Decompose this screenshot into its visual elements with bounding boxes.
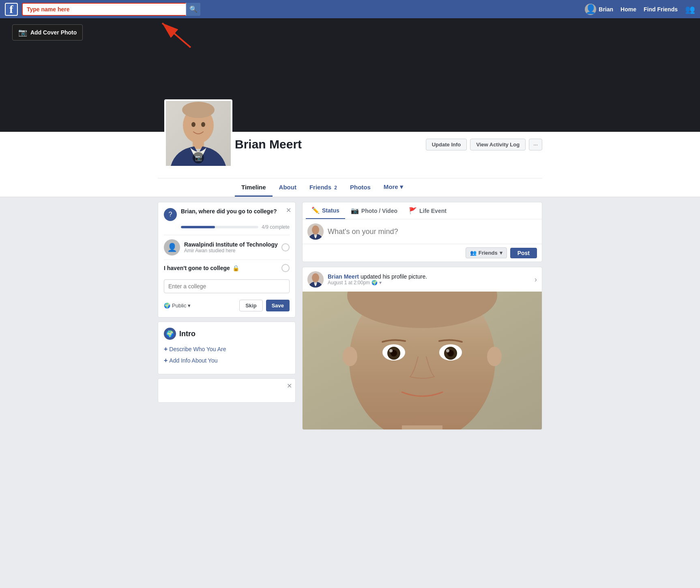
college-question-card: ? Brian, where did you go to college? ✕ …	[158, 202, 296, 318]
add-cover-photo-button[interactable]: 📷 Add Cover Photo	[12, 24, 83, 41]
dropdown-chevron: ▾	[500, 250, 502, 256]
profile-tabs: Timeline About Friends 2 Photos More ▾	[158, 178, 542, 197]
profile-name: Brian Meert	[235, 137, 302, 151]
more-options-button[interactable]: ···	[529, 139, 542, 150]
question-icon: ?	[164, 208, 177, 221]
globe-icon: 🌍	[164, 303, 170, 309]
friends-label: Friends	[479, 250, 498, 256]
status-tab-photo-video[interactable]: 📷 Photo / Video	[345, 202, 403, 219]
search-wrapper: 🔍	[22, 3, 200, 16]
friends-icon[interactable]: 👥	[685, 4, 695, 14]
no-college-radio[interactable]	[281, 264, 290, 272]
search-icon: 🔍	[189, 5, 198, 13]
add-info-about-you-link[interactable]: + Add Info About You	[164, 357, 290, 364]
college-card-close-button[interactable]: ✕	[286, 206, 291, 214]
status-tab-life-event[interactable]: 🚩 Life Event	[403, 202, 452, 219]
bottom-card-close-button[interactable]: ✕	[287, 382, 292, 390]
intro-globe-icon: 🌍	[164, 328, 176, 340]
save-button[interactable]: Save	[266, 300, 290, 311]
audience-selector-button[interactable]: 👥 Friends ▾	[466, 247, 507, 258]
search-input[interactable]	[22, 3, 200, 16]
tab-timeline[interactable]: Timeline	[235, 179, 273, 197]
status-input-row	[303, 219, 542, 244]
describe-who-you-are-link[interactable]: + Describe Who You Are	[164, 346, 290, 353]
nav-avatar: 👤	[585, 4, 596, 15]
card-action-buttons: Skip Save	[239, 300, 290, 311]
friends-audience-icon: 👥	[470, 250, 477, 256]
main-content: ? Brian, where did you go to college? ✕ …	[151, 202, 549, 430]
dropdown-arrow: ▾	[188, 303, 191, 309]
view-activity-log-button[interactable]: View Activity Log	[470, 139, 526, 150]
progress-text: 4/9 complete	[262, 224, 290, 230]
no-college-label: I haven't gone to college 🔒	[164, 265, 239, 271]
college-question-text: Brian, where did you go to college?	[181, 208, 277, 215]
skip-button[interactable]: Skip	[239, 300, 262, 311]
facebook-logo: f	[5, 3, 18, 16]
svg-point-7	[191, 122, 195, 127]
progress-row: 4/9 complete	[181, 224, 290, 230]
college-input-field[interactable]	[164, 279, 290, 293]
post-image	[303, 292, 542, 429]
globe-post-icon: 🌍	[371, 280, 378, 285]
college-card-header: ? Brian, where did you go to college?	[164, 208, 290, 221]
no-college-row: I haven't gone to college 🔒	[164, 260, 290, 276]
public-visibility-button[interactable]: 🌍 Public ▾	[164, 303, 191, 309]
top-navigation: f 🔍 👤 Brian Home Find Friends 👥	[0, 0, 700, 18]
avatar-camera-icon[interactable]: 📷	[193, 152, 204, 163]
card-footer: 🌍 Public ▾ Skip Save	[164, 300, 290, 311]
friends-badge: 2	[334, 185, 337, 191]
update-info-button[interactable]: Update Info	[426, 139, 467, 150]
progress-bar-background	[181, 226, 258, 228]
left-column: ? Brian, where did you go to college? ✕ …	[158, 202, 296, 430]
post-header: Brian Meert updated his profile picture.…	[303, 267, 542, 292]
profile-action-buttons: Update Info View Activity Log ···	[426, 139, 542, 150]
svg-point-11	[313, 230, 318, 234]
status-footer: 👥 Friends ▾ Post	[303, 244, 542, 262]
photo-video-label: Photo / Video	[361, 208, 397, 214]
profile-avatar[interactable]: 📷	[164, 99, 232, 167]
status-tabs: ✏️ Status 📷 Photo / Video 🚩 Life Event	[303, 202, 542, 219]
plus-icon: +	[164, 346, 167, 353]
status-tab-status[interactable]: ✏️ Status	[306, 202, 345, 219]
post-user-info: Brian Meert updated his profile picture.…	[307, 271, 427, 288]
post-button[interactable]: Post	[510, 248, 537, 258]
add-cover-label: Add Cover Photo	[30, 29, 77, 36]
college-sub: Amir Awan studied here	[184, 248, 278, 253]
bottom-placeholder-card: ✕	[158, 378, 296, 403]
nav-find-friends-link[interactable]: Find Friends	[644, 6, 678, 13]
post-card: Brian Meert updated his profile picture.…	[302, 267, 542, 430]
lock-icon: 🔒	[232, 265, 239, 271]
college-info: 👤 Rawalpindi Institute of Technology Ami…	[164, 239, 278, 255]
nav-home-link[interactable]: Home	[621, 6, 636, 13]
status-tab-label: Status	[322, 207, 339, 214]
progress-bar-fill	[181, 226, 215, 228]
camera-icon-tab: 📷	[351, 207, 359, 215]
tab-photos[interactable]: Photos	[344, 179, 377, 197]
svg-point-8	[201, 122, 205, 127]
tab-friends[interactable]: Friends 2	[303, 179, 344, 197]
college-suggestion-item: 👤 Rawalpindi Institute of Technology Ami…	[164, 235, 290, 260]
right-column: ✏️ Status 📷 Photo / Video 🚩 Life Event	[302, 202, 542, 430]
post-avatar	[307, 271, 324, 288]
status-text-input[interactable]	[328, 227, 537, 236]
college-details: Rawalpindi Institute of Technology Amir …	[184, 241, 278, 253]
plus-icon-2: +	[164, 357, 167, 364]
college-suggestion-radio[interactable]	[281, 243, 290, 251]
college-name: Rawalpindi Institute of Technology	[184, 241, 278, 248]
svg-rect-28	[402, 425, 442, 429]
flag-icon: 🚩	[409, 207, 417, 215]
nav-username: Brian	[599, 6, 613, 13]
svg-point-26	[389, 349, 393, 352]
pencil-icon: ✏️	[311, 206, 320, 214]
college-avatar: 👤	[164, 239, 180, 255]
svg-point-19	[487, 347, 502, 366]
tab-more[interactable]: More ▾	[377, 178, 410, 197]
nav-right-section: 👤 Brian Home Find Friends 👥	[585, 4, 695, 15]
search-button[interactable]: 🔍	[186, 3, 200, 16]
svg-point-18	[343, 347, 357, 366]
post-options-chevron[interactable]: ›	[535, 275, 537, 284]
nav-user-profile[interactable]: 👤 Brian	[585, 4, 613, 15]
status-composer: ✏️ Status 📷 Photo / Video 🚩 Life Event	[302, 202, 542, 262]
camera-icon: 📷	[18, 28, 27, 37]
tab-about[interactable]: About	[273, 179, 303, 197]
